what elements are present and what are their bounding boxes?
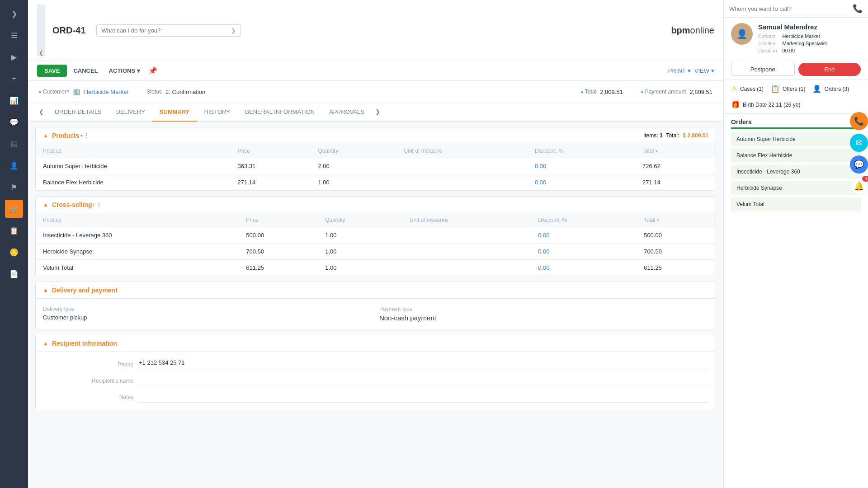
nav-contacts[interactable]: 👤 xyxy=(5,156,23,174)
delivery-collapse-toggle[interactable]: ▲ xyxy=(43,287,48,293)
tab-delivery[interactable]: DELIVERY xyxy=(109,103,152,122)
nav-orders[interactable]: 🛒 xyxy=(5,200,23,218)
cases-link[interactable]: ⚠ Cases (1) xyxy=(731,84,764,93)
products-add-button[interactable]: + xyxy=(80,132,83,139)
fab-notification[interactable]: 🔔 3 xyxy=(850,177,868,195)
cross-selling-section-header: ▲ Cross-selling + ⋮ xyxy=(36,197,716,213)
call-bar: 📞 xyxy=(724,0,868,18)
cross-selling-menu-button[interactable]: ⋮ xyxy=(96,201,102,208)
nav-flag[interactable]: ⚑ xyxy=(5,178,23,196)
product-price: 500.00 xyxy=(239,227,318,244)
fab-email[interactable]: ✉ xyxy=(850,134,868,152)
tab-summary[interactable]: SUMMARY xyxy=(152,103,197,122)
tabs-bar: ❮ ORDER DETAILS DELIVERY SUMMARY HISTORY… xyxy=(28,103,723,122)
total-value: 2,809.51 xyxy=(600,89,623,95)
order-item[interactable]: Balance Flex Herbicide xyxy=(731,149,861,162)
birthday-label: Birth Date 22.11 (26 yo) xyxy=(743,102,800,108)
end-button[interactable]: End xyxy=(798,63,861,76)
col-quantity: Quantity xyxy=(318,213,402,227)
status-value[interactable]: 2. Confirmation xyxy=(165,89,205,95)
actions-button[interactable]: ACTIONS ▾ xyxy=(104,65,145,77)
right-panel: 📞 👤 Samual Malendrez Contact Herbicide M… xyxy=(723,0,868,488)
birthday-link[interactable]: 🎁 Birth Date 22.11 (26 yo) xyxy=(731,100,800,109)
payment-amount-label: ● Payment amount xyxy=(641,89,686,95)
birthday-icon: 🎁 xyxy=(731,100,740,109)
phone-icon[interactable]: 📞 xyxy=(853,4,863,14)
cross-selling-collapse-toggle[interactable]: ▲ xyxy=(43,202,48,208)
tabs-left-arrow[interactable]: ❮ xyxy=(35,103,47,121)
nav-coins[interactable]: 🪙 xyxy=(5,243,23,261)
delivery-payment-section: ▲ Delivery and payment Delivery type Cus… xyxy=(35,282,716,329)
recipient-name-value[interactable] xyxy=(139,375,708,386)
search-bar[interactable]: ❯ xyxy=(96,24,241,37)
customer-field: ● Customer * 🏢 Herbicide Market xyxy=(39,88,128,95)
print-button[interactable]: PRINT ▾ xyxy=(668,67,691,74)
product-name: Autumn Super Herbicide xyxy=(36,158,231,174)
product-quantity: 1.00 xyxy=(318,244,402,260)
product-name: Herbicide Synapse xyxy=(36,244,239,260)
left-navigation: ❯ ☰ ▶ + 📊 💬 ▤ 👤 ⚑ 🛒 📋 🪙 📄 xyxy=(0,0,28,488)
recipient-collapse-toggle[interactable]: ▲ xyxy=(43,340,48,347)
fab-chat[interactable]: 💬 xyxy=(850,155,868,174)
product-name: Velum Total xyxy=(36,260,239,276)
recipient-section-header: ▲ Recipient information xyxy=(36,335,716,352)
col-unit: Unit of measure xyxy=(402,213,531,227)
bpmonline-logo: bpmonline xyxy=(671,25,714,36)
pin-button[interactable]: 📌 xyxy=(146,65,159,77)
order-item[interactable]: Insecticide - Leverage 360 xyxy=(731,165,861,178)
col-product: Product xyxy=(36,144,231,158)
postpone-button[interactable]: Postpone xyxy=(731,63,795,76)
nav-chat[interactable]: 💬 xyxy=(5,113,23,131)
total-dot: ● xyxy=(581,90,583,94)
col-price: Price xyxy=(239,213,318,227)
product-total: 611.25 xyxy=(637,260,716,276)
collapse-sidebar-toggle[interactable]: ❮ xyxy=(37,5,45,56)
offers-link[interactable]: 📋 Offers (1) xyxy=(771,84,805,93)
products-total: $ 2,809.51 xyxy=(683,132,708,139)
cancel-button[interactable]: CANCEL xyxy=(69,65,102,77)
contact-card: 👤 Samual Malendrez Contact Herbicide Mar… xyxy=(724,18,868,59)
offers-icon: 📋 xyxy=(771,84,780,93)
nav-document[interactable]: 📄 xyxy=(5,265,23,283)
col-total: Total ▾ xyxy=(635,144,716,158)
customer-value[interactable]: Herbicide Market xyxy=(84,89,128,95)
orders-link-icon: 👤 xyxy=(812,84,821,93)
call-input[interactable] xyxy=(729,5,849,12)
order-item[interactable]: Velum Total xyxy=(731,197,861,211)
nav-plus[interactable]: + xyxy=(5,70,23,88)
view-button[interactable]: VIEW ▾ xyxy=(694,67,714,74)
products-table: Product Price Quantity Unit of measure D… xyxy=(36,144,716,190)
product-price: 271.14 xyxy=(231,174,311,191)
nav-play[interactable]: ▶ xyxy=(5,48,23,66)
product-unit xyxy=(402,227,531,244)
nav-chart[interactable]: 📊 xyxy=(5,91,23,109)
save-button[interactable]: SAVE xyxy=(37,65,67,77)
cross-selling-add-button[interactable]: + xyxy=(92,201,96,208)
nav-hamburger[interactable]: ☰ xyxy=(5,26,23,44)
tab-approvals[interactable]: APPROVALS xyxy=(322,103,372,122)
tabs-right-arrow[interactable]: ❯ xyxy=(372,103,384,121)
notification-badge: 3 xyxy=(862,176,868,182)
cases-label: Cases (1) xyxy=(740,86,764,92)
order-item[interactable]: Autumn Super Herbicide xyxy=(731,132,861,146)
payment-type-field: Payment type Non-cash payment xyxy=(379,306,708,322)
tab-general-information[interactable]: GENERAL INFORMATION xyxy=(237,103,322,122)
nav-chevron-right[interactable]: ❯ xyxy=(5,5,23,23)
nav-tasks[interactable]: 📋 xyxy=(5,221,23,239)
customer-label: ● Customer * xyxy=(39,89,69,95)
order-item[interactable]: Herbicide Synapse xyxy=(731,181,861,195)
tab-order-details[interactable]: ORDER DETAILS xyxy=(47,103,109,122)
search-input[interactable] xyxy=(101,27,231,34)
nav-list[interactable]: ▤ xyxy=(5,135,23,153)
total-field: ● Total 2,809.51 xyxy=(581,88,623,95)
orders-link[interactable]: 👤 Orders (3) xyxy=(812,84,849,93)
main-content: ❮ ORD-41 ❯ bpmonline SAVE CANCEL ACTIONS… xyxy=(28,0,723,488)
products-section-header: ▲ Products + ⋮ Items: 1 Total: $ 2,809.5… xyxy=(36,127,716,144)
products-collapse-toggle[interactable]: ▲ xyxy=(43,132,48,139)
notes-value[interactable] xyxy=(139,392,708,403)
tab-history[interactable]: HISTORY xyxy=(197,103,237,122)
job-title-label: Job title xyxy=(758,41,777,46)
fab-phone[interactable]: 📞 xyxy=(850,112,868,130)
products-menu-button[interactable]: ⋮ xyxy=(83,132,90,139)
product-name: Balance Flex Herbicide xyxy=(36,174,231,191)
